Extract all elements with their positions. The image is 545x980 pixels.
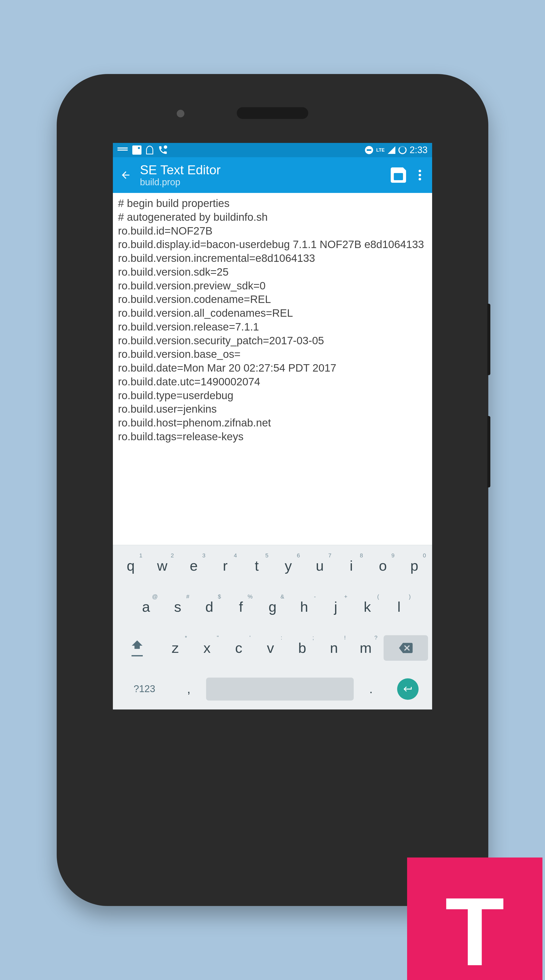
side-button-2 bbox=[487, 416, 490, 487]
key-i[interactable]: 8i bbox=[336, 552, 367, 579]
key-hint: 2 bbox=[171, 552, 174, 559]
arrow-left-icon bbox=[120, 169, 131, 181]
key-q[interactable]: 1q bbox=[115, 552, 147, 579]
key-u[interactable]: 7u bbox=[304, 552, 335, 579]
key-y[interactable]: 6y bbox=[272, 552, 304, 579]
key-label: d bbox=[206, 599, 213, 615]
key-a[interactable]: @a bbox=[130, 593, 162, 620]
key-d[interactable]: $d bbox=[194, 593, 225, 620]
key-label: e bbox=[190, 558, 198, 574]
phone-frame: LTE 2:33 SE Text Editor build.prop # beg… bbox=[57, 74, 488, 906]
key-label: u bbox=[316, 558, 324, 574]
key-hint: & bbox=[280, 593, 284, 600]
key-hint: ' bbox=[250, 635, 250, 641]
key-row-4: ?123 , . bbox=[113, 668, 432, 710]
key-r[interactable]: 4r bbox=[209, 552, 241, 579]
watermark-letter: T bbox=[445, 876, 504, 980]
key-k[interactable]: (k bbox=[351, 593, 383, 620]
key-c[interactable]: 'c bbox=[223, 635, 255, 661]
svg-point-0 bbox=[164, 145, 167, 149]
key-label: z bbox=[172, 640, 179, 656]
backspace-icon bbox=[399, 643, 413, 653]
key-hint: 8 bbox=[360, 552, 363, 559]
key-label: h bbox=[300, 599, 308, 615]
text-editor[interactable]: # begin build properties # autogenerated… bbox=[113, 193, 432, 545]
key-label: k bbox=[364, 599, 371, 615]
enter-icon bbox=[403, 684, 413, 694]
space-key[interactable] bbox=[206, 678, 354, 700]
call-icon bbox=[158, 145, 168, 155]
key-b[interactable]: ;b bbox=[286, 635, 318, 661]
key-hint: $ bbox=[218, 593, 221, 600]
key-hint: + bbox=[344, 593, 347, 600]
key-f[interactable]: %f bbox=[225, 593, 257, 620]
key-hint: % bbox=[248, 593, 253, 600]
key-label: n bbox=[330, 640, 338, 656]
app-subtitle: build.prop bbox=[140, 177, 382, 187]
key-label: j bbox=[334, 599, 337, 615]
key-m[interactable]: ?m bbox=[350, 635, 382, 661]
key-label: a bbox=[142, 599, 150, 615]
key-label: g bbox=[268, 599, 276, 615]
loading-icon bbox=[398, 146, 406, 154]
key-label: c bbox=[235, 640, 242, 656]
key-hint: ; bbox=[312, 635, 314, 641]
back-button[interactable] bbox=[120, 169, 131, 181]
key-h[interactable]: -h bbox=[288, 593, 320, 620]
signal-icon bbox=[388, 146, 395, 154]
app-bar: SE Text Editor build.prop bbox=[113, 157, 432, 193]
save-button[interactable] bbox=[391, 167, 406, 183]
key-n[interactable]: !n bbox=[318, 635, 350, 661]
key-hint: ( bbox=[377, 593, 379, 600]
key-label: r bbox=[223, 558, 228, 574]
key-hint: " bbox=[217, 635, 219, 641]
mode-key[interactable]: ?123 bbox=[115, 678, 174, 700]
key-hint: 9 bbox=[391, 552, 394, 559]
more-options-button[interactable] bbox=[415, 169, 425, 181]
key-label: y bbox=[285, 558, 292, 574]
key-l[interactable]: )l bbox=[383, 593, 415, 620]
key-label: v bbox=[267, 640, 274, 656]
key-label: q bbox=[127, 558, 135, 574]
comma-key[interactable]: , bbox=[174, 677, 204, 701]
app-title-group: SE Text Editor build.prop bbox=[140, 163, 382, 187]
period-key[interactable]: . bbox=[356, 677, 386, 701]
key-label: t bbox=[255, 558, 259, 574]
key-hint: 7 bbox=[328, 552, 331, 559]
status-right: LTE 2:33 bbox=[365, 145, 427, 156]
key-v[interactable]: :v bbox=[255, 635, 286, 661]
key-label: b bbox=[298, 640, 306, 656]
key-label: m bbox=[360, 640, 372, 656]
key-label: p bbox=[410, 558, 418, 574]
key-g[interactable]: &g bbox=[257, 593, 288, 620]
enter-key[interactable] bbox=[386, 673, 430, 705]
key-label: s bbox=[174, 599, 181, 615]
shift-key[interactable] bbox=[115, 634, 159, 662]
speaker-grill bbox=[237, 107, 308, 119]
backspace-key[interactable] bbox=[384, 635, 428, 661]
key-w[interactable]: 2w bbox=[147, 552, 178, 579]
key-p[interactable]: 0p bbox=[398, 552, 430, 579]
status-left bbox=[118, 145, 168, 155]
keyboard-icon bbox=[118, 146, 128, 154]
key-hint: # bbox=[186, 593, 189, 600]
keyboard: 1q2w3e4r5t6y7u8i9o0p @a#s$d%f&g-h+j(k)l … bbox=[113, 545, 432, 710]
key-hint: ! bbox=[344, 635, 346, 641]
key-label: x bbox=[203, 640, 210, 656]
key-label: i bbox=[350, 558, 353, 574]
key-t[interactable]: 5t bbox=[241, 552, 272, 579]
key-label: l bbox=[397, 599, 400, 615]
key-o[interactable]: 9o bbox=[367, 552, 398, 579]
key-hint: 5 bbox=[265, 552, 268, 559]
picture-icon bbox=[132, 145, 142, 155]
key-hint: - bbox=[314, 593, 316, 600]
key-hint: 1 bbox=[139, 552, 142, 559]
key-s[interactable]: #s bbox=[162, 593, 194, 620]
key-hint: 0 bbox=[423, 552, 426, 559]
key-x[interactable]: "x bbox=[191, 635, 223, 661]
key-j[interactable]: +j bbox=[320, 593, 352, 620]
key-z[interactable]: *z bbox=[159, 635, 191, 661]
key-label: f bbox=[239, 599, 243, 615]
key-e[interactable]: 3e bbox=[178, 552, 209, 579]
key-row-1: 1q2w3e4r5t6y7u8i9o0p bbox=[113, 545, 432, 586]
